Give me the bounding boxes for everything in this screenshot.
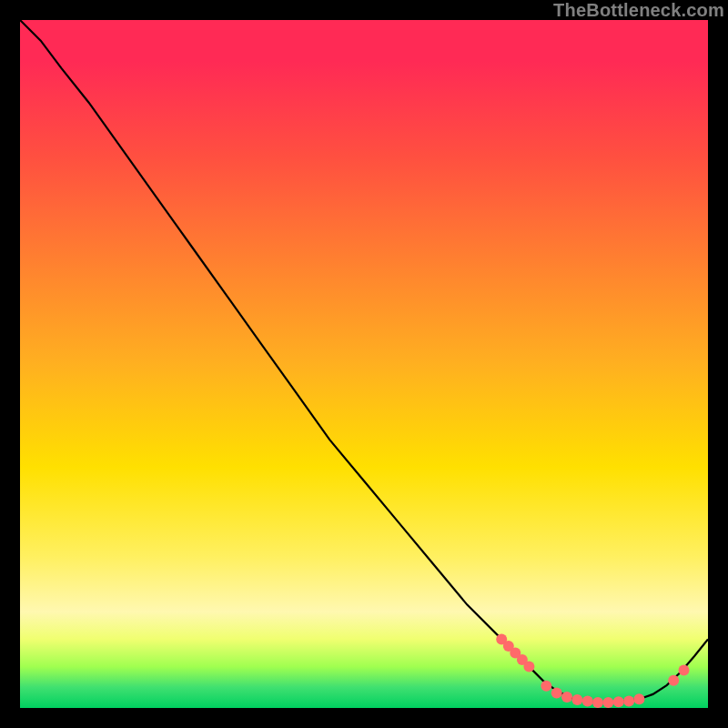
curve-dot: [592, 697, 603, 708]
curve-dot: [541, 681, 551, 692]
chart-stage: TheBottleneck.com: [0, 0, 728, 728]
curve-dots: [496, 633, 689, 708]
watermark-text: TheBottleneck.com: [553, 0, 724, 21]
curve-dot: [571, 694, 582, 705]
curve-dot: [633, 693, 644, 704]
curve-dot: [602, 697, 613, 708]
curve-layer: [20, 20, 708, 708]
curve-dot: [668, 675, 679, 686]
curve-dot: [623, 695, 634, 706]
curve-dot: [679, 664, 690, 675]
curve-dot: [582, 695, 593, 706]
bottleneck-curve: [20, 20, 708, 703]
plot-area: [20, 20, 708, 708]
curve-dot: [551, 687, 562, 698]
curve-dot: [561, 692, 572, 703]
curve-dot: [523, 662, 534, 672]
curve-dot: [613, 696, 624, 707]
